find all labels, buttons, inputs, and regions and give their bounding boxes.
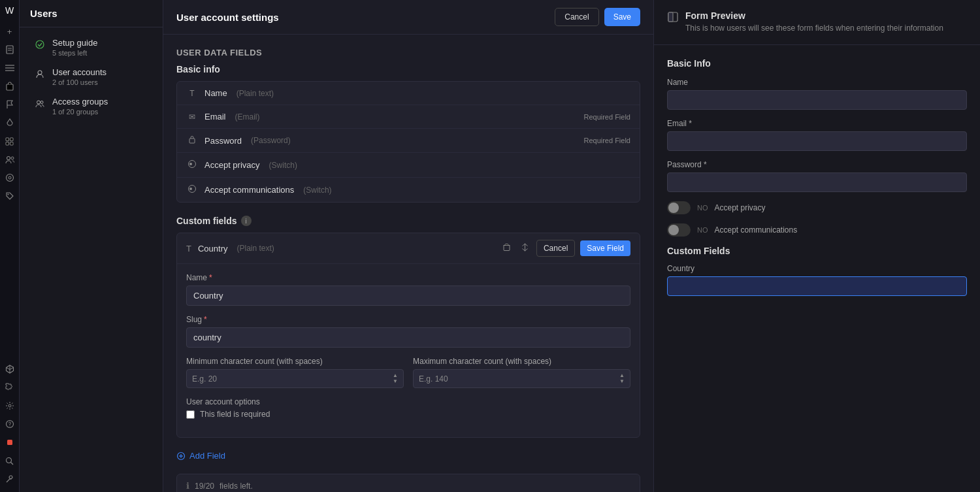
cf-row-header-country: T Country (Plain text) Cancel Save Field	[177, 233, 640, 264]
svg-rect-10	[10, 142, 14, 145]
question-icon[interactable]	[2, 416, 18, 432]
svg-rect-19	[7, 440, 12, 445]
max-char-down[interactable]: ▼	[619, 379, 625, 384]
user-accounts-sub: 2 of 100 users	[52, 78, 106, 86]
access-groups-label: Access groups	[52, 97, 108, 107]
max-char-placeholder: E.g. 140	[419, 374, 448, 384]
flag-icon[interactable]	[2, 97, 18, 112]
required-checkbox[interactable]	[186, 410, 195, 419]
comms-toggle[interactable]	[667, 223, 691, 237]
svg-rect-6	[7, 84, 13, 90]
plus-icon[interactable]: +	[2, 24, 18, 39]
custom-field-country-expanded: T Country (Plain text) Cancel Save Field	[176, 233, 640, 438]
basic-info-table: T Name (Plain text) ✉ Email (Email) Requ…	[176, 81, 640, 203]
field-type-email: (Email)	[235, 112, 260, 122]
min-char-stepper[interactable]: E.g. 20 ▲ ▼	[186, 369, 404, 388]
slug-field-label: Slug *	[186, 315, 630, 324]
delete-field-button[interactable]	[500, 242, 514, 255]
preview-privacy-toggle-row: NO Accept privacy	[667, 201, 967, 214]
name-required-star: *	[209, 273, 212, 282]
svg-rect-9	[6, 142, 9, 145]
sidebar-item-user-accounts[interactable]: User accounts 2 of 100 users	[24, 62, 159, 91]
cf-text-type-icon: T	[186, 244, 191, 254]
box-3d-icon[interactable]	[2, 361, 18, 377]
svg-point-30	[189, 188, 192, 190]
cf-actions: Cancel Save Field	[500, 240, 630, 257]
preview-title: Form Preview	[685, 10, 943, 21]
svg-rect-31	[504, 246, 510, 251]
move-field-button[interactable]	[519, 242, 531, 255]
svg-rect-8	[10, 138, 14, 141]
name-field-input[interactable]	[186, 286, 630, 306]
fields-remaining-label: fields left.	[220, 482, 253, 491]
min-char-up[interactable]: ▲	[393, 373, 398, 378]
save-button[interactable]: Save	[604, 8, 640, 26]
preview-subtitle: This is how users will see these form fi…	[685, 23, 943, 34]
max-char-stepper[interactable]: E.g. 140 ▲ ▼	[413, 369, 630, 388]
save-field-button[interactable]: Save Field	[580, 240, 630, 256]
custom-fields-info-icon[interactable]: i	[241, 216, 252, 226]
name-field-label: Name *	[186, 273, 630, 282]
max-char-up[interactable]: ▲	[619, 373, 625, 378]
record-icon[interactable]	[2, 435, 18, 450]
preview-custom-section: Custom Fields Country	[667, 246, 967, 296]
password-type-icon	[186, 135, 198, 146]
sidebar-item-setup-guide[interactable]: Setup guide 5 steps left	[24, 33, 159, 62]
tools-icon[interactable]	[2, 471, 18, 487]
setup-guide-sub: 5 steps left	[52, 49, 97, 57]
page-icon[interactable]	[2, 42, 18, 57]
svg-point-16	[8, 404, 11, 407]
svg-point-20	[7, 457, 12, 463]
droplet-icon[interactable]	[2, 115, 18, 131]
preview-email-input	[667, 131, 967, 151]
search-bottom-icon[interactable]	[2, 453, 18, 468]
svg-point-12	[11, 157, 14, 159]
preview-header-text: Form Preview This is how users will see …	[685, 10, 943, 34]
comms-toggle-knob	[668, 225, 679, 235]
add-field-button[interactable]: Add Field	[176, 448, 225, 463]
min-char-placeholder: E.g. 20	[192, 374, 217, 384]
table-row: T Name (Plain text)	[177, 82, 640, 105]
field-name-email: Email	[204, 112, 226, 122]
sidebar-item-access-groups[interactable]: Access groups 1 of 20 groups	[24, 91, 159, 121]
gear-icon[interactable]	[2, 398, 18, 414]
preview-password-input	[667, 172, 967, 192]
sidebar-section: Setup guide 5 steps left User accounts 2…	[20, 27, 163, 126]
puzzle-icon[interactable]	[2, 380, 18, 395]
switch-type-icon-privacy	[186, 159, 198, 171]
field-name-privacy: Accept privacy	[204, 160, 260, 170]
setup-guide-label: Setup guide	[52, 38, 97, 48]
preview-panel-icon	[667, 11, 679, 25]
preview-name-input	[667, 90, 967, 110]
slug-field-input[interactable]	[186, 327, 630, 348]
password-required-badge: Required Field	[583, 137, 630, 144]
fields-remaining-info-icon: ℹ	[186, 481, 189, 491]
app-logo[interactable]: W	[5, 5, 14, 16]
grid-icon[interactable]	[2, 133, 18, 149]
privacy-toggle[interactable]	[667, 201, 691, 214]
custom-fields-header: Custom fields i	[176, 216, 640, 226]
user-options-label: User account options	[186, 397, 630, 406]
cancel-button[interactable]: Cancel	[555, 8, 598, 26]
required-checkbox-label[interactable]: This field is required	[186, 410, 630, 419]
svg-point-25	[41, 101, 43, 104]
users-icon[interactable]	[2, 152, 18, 167]
svg-point-11	[7, 157, 10, 160]
package-icon[interactable]	[2, 78, 18, 94]
user-accounts-label: User accounts	[52, 67, 106, 77]
field-type-name: (Plain text)	[237, 89, 274, 98]
cf-field-type: (Plain text)	[237, 244, 274, 253]
tag-icon[interactable]	[2, 188, 18, 204]
svg-point-22	[36, 41, 44, 48]
svg-rect-36	[668, 12, 673, 22]
circle-group-icon[interactable]	[2, 170, 18, 186]
min-char-down[interactable]: ▼	[393, 379, 398, 384]
table-row: Password (Password) Required Field	[177, 129, 640, 153]
user-account-options-group: User account options This field is requi…	[186, 397, 630, 419]
menu-icon[interactable]	[2, 60, 18, 76]
main-body: User data fields Basic info T Name (Plai…	[163, 35, 653, 492]
max-char-arrows: ▲ ▼	[619, 373, 625, 384]
svg-point-28	[189, 163, 192, 165]
custom-fields-title: Custom fields	[176, 216, 237, 226]
cancel-field-button[interactable]: Cancel	[536, 240, 575, 257]
